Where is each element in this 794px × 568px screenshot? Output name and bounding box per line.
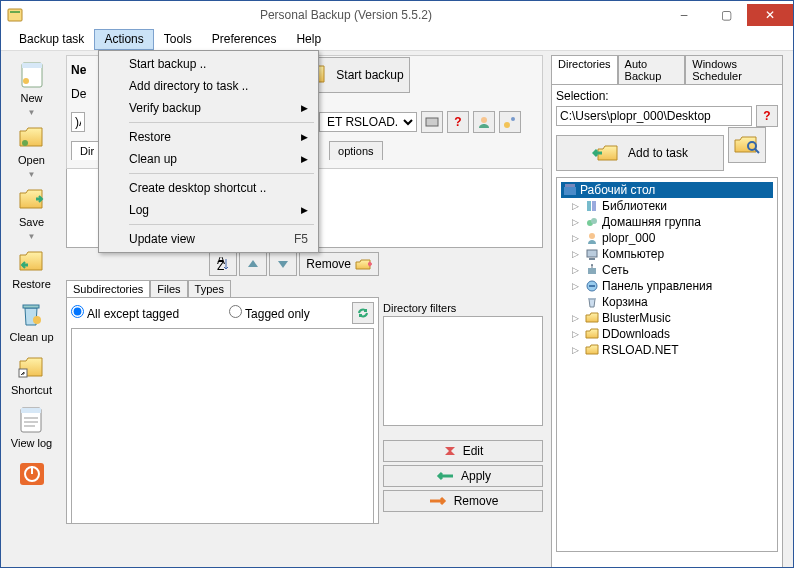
tree-item[interactable]: ▷DDownloads — [561, 326, 773, 342]
tree-item[interactable]: ▷RSLOAD.NET — [561, 342, 773, 358]
new-label-fragment: Ne — [71, 63, 86, 77]
app-icon — [7, 7, 23, 23]
toolbar-view-log[interactable]: View log — [11, 404, 52, 449]
tree-item[interactable]: ▷Компьютер — [561, 246, 773, 262]
menu-add-directory[interactable]: Add directory to task .. — [101, 75, 316, 97]
toolbar-clean-up[interactable]: Clean up — [9, 298, 53, 343]
svg-rect-32 — [587, 250, 597, 257]
subtab-subdirectories[interactable]: Subdirectories — [66, 280, 150, 298]
tree-item[interactable]: ▷Корзина — [561, 294, 773, 310]
close-button[interactable]: ✕ — [747, 4, 793, 26]
search-folder-button[interactable] — [728, 127, 766, 163]
toolbar-save[interactable]: Save — [16, 183, 48, 228]
tree-item[interactable]: ▷Панель управления — [561, 278, 773, 294]
move-down-button[interactable] — [269, 252, 297, 276]
move-up-button[interactable] — [239, 252, 267, 276]
menu-preferences[interactable]: Preferences — [202, 29, 287, 50]
filter-list[interactable] — [383, 316, 543, 426]
menu-tools[interactable]: Tools — [154, 29, 202, 50]
menu-clean-up[interactable]: Clean up▶ — [101, 148, 316, 170]
help-button[interactable]: ? — [447, 111, 469, 133]
toolbar-new[interactable]: New — [16, 59, 48, 104]
svg-point-7 — [33, 316, 41, 324]
tab-windows-scheduler[interactable]: Windows Scheduler — [685, 55, 783, 85]
actions-menu-popup: Start backup .. Add directory to task ..… — [98, 50, 319, 253]
svg-rect-28 — [592, 201, 596, 211]
help-button[interactable]: ? — [756, 105, 778, 127]
chevron-down-icon: ▼ — [28, 108, 36, 117]
refresh-button[interactable] — [352, 302, 374, 324]
selection-path-input[interactable] — [556, 106, 752, 126]
svg-rect-26 — [565, 184, 575, 187]
svg-rect-34 — [588, 268, 596, 274]
menu-actions[interactable]: Actions — [94, 29, 153, 50]
titlebar: Personal Backup (Version 5.5.2) – ▢ ✕ — [1, 1, 793, 29]
tree-root[interactable]: Рабочий стол — [561, 182, 773, 198]
window-title: Personal Backup (Version 5.5.2) — [29, 8, 663, 22]
dest-label-fragment: De — [71, 87, 86, 101]
tab-auto-backup[interactable]: Auto Backup — [618, 55, 686, 85]
menu-help[interactable]: Help — [286, 29, 331, 50]
menu-separator — [129, 173, 314, 174]
tree-item[interactable]: ▷Домашняя группа — [561, 214, 773, 230]
svg-point-30 — [591, 218, 597, 224]
toolbar-shortcut[interactable]: Shortcut — [11, 351, 52, 396]
user-button[interactable] — [473, 111, 495, 133]
svg-point-19 — [504, 122, 510, 128]
menu-backup-task[interactable]: Backup task — [9, 29, 94, 50]
filter-edit-button[interactable]: Edit — [383, 440, 543, 462]
gear-network-button[interactable] — [499, 111, 521, 133]
toolbar-restore[interactable]: Restore — [12, 245, 51, 290]
left-panel: Start backup .. Add directory to task ..… — [62, 51, 547, 567]
tree-item[interactable]: ▷plopr_000 — [561, 230, 773, 246]
tree-item[interactable]: ▷BlusterMusic — [561, 310, 773, 326]
svg-point-5 — [22, 140, 28, 146]
svg-point-18 — [481, 117, 487, 123]
menubar: Backup task Actions Tools Preferences He… — [1, 29, 793, 51]
tab-options[interactable]: options — [329, 141, 382, 160]
svg-rect-17 — [426, 118, 438, 126]
tab-directories[interactable]: Directories — [551, 55, 618, 85]
tree-item[interactable]: ▷Библиотеки — [561, 198, 773, 214]
sort-button[interactable]: AZ — [209, 252, 237, 276]
svg-rect-10 — [21, 408, 41, 413]
menu-create-shortcut[interactable]: Create desktop shortcut .. — [101, 177, 316, 199]
dest-combo[interactable]: ET RSLOAD.NET — [319, 112, 417, 132]
path-fragment[interactable] — [71, 112, 85, 132]
tree-item[interactable]: ▷Сеть — [561, 262, 773, 278]
svg-rect-33 — [589, 258, 595, 260]
maximize-button[interactable]: ▢ — [705, 4, 747, 26]
minimize-button[interactable]: – — [663, 4, 705, 26]
subtab-files[interactable]: Files — [150, 280, 187, 298]
subtab-types[interactable]: Types — [188, 280, 231, 298]
chevron-down-icon: ▼ — [28, 170, 36, 179]
menu-log[interactable]: Log▶ — [101, 199, 316, 221]
svg-point-36 — [591, 264, 593, 266]
filter-apply-button[interactable]: Apply — [383, 465, 543, 487]
directory-filters-label: Directory filters — [383, 302, 543, 314]
subdir-list[interactable] — [71, 328, 374, 524]
radio-tagged-only[interactable]: Tagged only — [229, 305, 310, 321]
remove-dir-button[interactable]: Remove — [299, 252, 379, 276]
svg-point-20 — [511, 117, 515, 121]
filter-remove-button[interactable]: Remove — [383, 490, 543, 512]
menu-start-backup[interactable]: Start backup .. — [101, 53, 316, 75]
toolbar-power[interactable] — [16, 457, 48, 489]
selection-label: Selection: — [556, 89, 778, 103]
menu-verify-backup[interactable]: Verify backup▶ — [101, 97, 316, 119]
add-to-task-button[interactable]: Add to task — [556, 135, 724, 171]
svg-rect-25 — [564, 187, 576, 195]
directory-tree[interactable]: Рабочий стол ▷Библиотеки ▷Домашняя групп… — [556, 177, 778, 552]
svg-rect-38 — [589, 285, 595, 287]
svg-point-4 — [23, 78, 29, 84]
svg-rect-6 — [23, 305, 39, 308]
svg-rect-0 — [8, 9, 22, 21]
menu-restore[interactable]: Restore▶ — [101, 126, 316, 148]
svg-point-31 — [589, 233, 595, 239]
menu-update-view[interactable]: Update viewF5 — [101, 228, 316, 250]
svg-rect-3 — [22, 63, 42, 68]
radio-all-except-tagged[interactable]: All except tagged — [71, 305, 179, 321]
svg-rect-1 — [10, 11, 20, 13]
disk-button[interactable] — [421, 111, 443, 133]
toolbar-open[interactable]: Open — [16, 121, 48, 166]
